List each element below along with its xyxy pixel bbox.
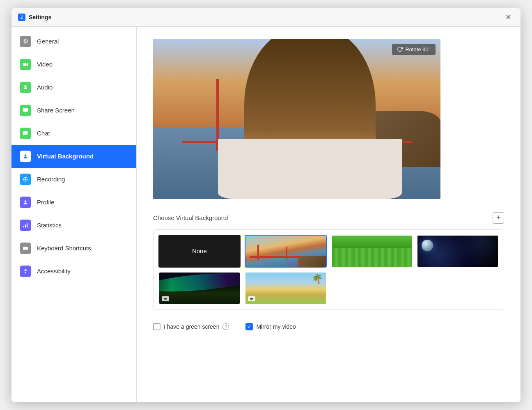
- mirror-video-label: Mirror my video: [256, 323, 296, 330]
- green-screen-help-icon[interactable]: ?: [222, 323, 229, 330]
- background-option-aurora[interactable]: [158, 272, 241, 305]
- background-option-golden-gate[interactable]: [245, 235, 327, 268]
- sidebar-item-general[interactable]: ⚙ General: [11, 30, 136, 53]
- green-screen-label: I have a green screen: [164, 323, 219, 330]
- section-title: Choose Virtual Background: [153, 214, 228, 221]
- sidebar-label-profile: Profile: [37, 199, 55, 206]
- svg-marker-18: [166, 298, 167, 300]
- video-badge-aurora: [162, 296, 169, 301]
- statistics-icon: [20, 220, 31, 231]
- gear-icon: ⚙: [20, 36, 31, 47]
- recording-icon: [20, 174, 31, 185]
- green-screen-checkbox[interactable]: [153, 323, 161, 330]
- sidebar-label-chat: Chat: [37, 130, 50, 137]
- sidebar-label-recording: Recording: [37, 176, 65, 183]
- svg-rect-8: [25, 224, 26, 227]
- sidebar-label-accessibility: Accessibility: [37, 268, 71, 275]
- sidebar-item-audio[interactable]: Audio: [11, 76, 136, 99]
- accessibility-icon: [20, 266, 31, 277]
- sidebar: ⚙ General Video Audio Share Screen: [11, 27, 137, 402]
- background-option-space[interactable]: [417, 235, 499, 268]
- sidebar-item-accessibility[interactable]: Accessibility: [11, 260, 136, 283]
- background-grid-container: None: [153, 229, 504, 310]
- svg-rect-19: [250, 298, 252, 299]
- sidebar-label-virtual-background: Virtual Background: [37, 153, 94, 160]
- svg-rect-0: [23, 63, 26, 66]
- main-content: ⚙ General Video Audio Share Screen: [11, 27, 521, 402]
- video-badge-beach: [248, 296, 255, 301]
- svg-marker-1: [26, 63, 28, 66]
- sidebar-item-virtual-background[interactable]: Virtual Background: [11, 145, 136, 168]
- green-screen-option: I have a green screen ?: [153, 323, 229, 330]
- audio-icon: [20, 82, 31, 93]
- sidebar-item-chat[interactable]: Chat: [11, 122, 136, 145]
- sidebar-label-video: Video: [37, 61, 53, 68]
- mirror-video-option: ✓ Mirror my video: [245, 323, 296, 330]
- sidebar-item-video[interactable]: Video: [11, 53, 136, 76]
- keyboard-icon: [20, 243, 31, 254]
- profile-icon: [20, 197, 31, 208]
- title-bar: Z Settings ✕: [11, 8, 521, 27]
- background-option-grass[interactable]: [331, 235, 413, 268]
- options-row: I have a green screen ? ✓ Mirror my vide…: [153, 323, 504, 330]
- title-bar-left: Z Settings: [18, 14, 51, 21]
- sidebar-item-recording[interactable]: Recording: [11, 168, 136, 191]
- svg-point-5: [25, 178, 27, 180]
- background-option-none[interactable]: None: [158, 235, 241, 268]
- sidebar-item-share-screen[interactable]: Share Screen: [11, 99, 136, 122]
- window-title: Settings: [29, 14, 51, 21]
- sidebar-label-audio: Audio: [37, 84, 53, 91]
- shirt-area: [218, 139, 402, 199]
- add-button-icon: +: [496, 213, 501, 222]
- video-icon: [20, 59, 31, 70]
- svg-rect-9: [27, 223, 28, 227]
- chat-icon: [20, 128, 31, 139]
- mirror-video-checkbox[interactable]: ✓: [245, 323, 253, 330]
- rotate-button[interactable]: Rotate 90°: [392, 44, 436, 55]
- background-grid: None: [158, 235, 499, 305]
- sidebar-label-general: General: [37, 38, 59, 45]
- svg-rect-10: [23, 247, 28, 250]
- svg-point-3: [25, 154, 27, 156]
- person-overlay: [244, 39, 376, 199]
- none-label: None: [192, 247, 207, 254]
- svg-point-6: [25, 200, 27, 202]
- content-area: Rotate 90° Choose Virtual Background + N…: [137, 27, 521, 402]
- sidebar-label-statistics: Statistics: [37, 222, 62, 229]
- svg-point-16: [25, 269, 26, 270]
- svg-marker-20: [252, 298, 253, 300]
- app-icon: Z: [18, 14, 25, 21]
- sidebar-label-keyboard-shortcuts: Keyboard Shortcuts: [37, 245, 91, 252]
- settings-window: Z Settings ✕ ⚙ General Video Audio: [11, 8, 521, 402]
- sidebar-item-keyboard-shortcuts[interactable]: Keyboard Shortcuts: [11, 237, 136, 260]
- rotate-button-label: Rotate 90°: [405, 46, 431, 53]
- video-composite: [153, 39, 440, 199]
- share-screen-icon: [20, 105, 31, 116]
- section-header: Choose Virtual Background +: [153, 212, 504, 224]
- sidebar-label-share-screen: Share Screen: [37, 107, 75, 114]
- virtual-background-icon: [20, 151, 31, 162]
- close-button[interactable]: ✕: [502, 11, 514, 23]
- background-option-beach[interactable]: 🌴: [245, 272, 327, 305]
- svg-rect-17: [164, 298, 166, 299]
- video-preview: Rotate 90°: [153, 39, 440, 199]
- sidebar-item-profile[interactable]: Profile: [11, 191, 136, 214]
- add-background-button[interactable]: +: [493, 212, 504, 224]
- svg-rect-7: [23, 226, 24, 227]
- sidebar-item-statistics[interactable]: Statistics: [11, 214, 136, 237]
